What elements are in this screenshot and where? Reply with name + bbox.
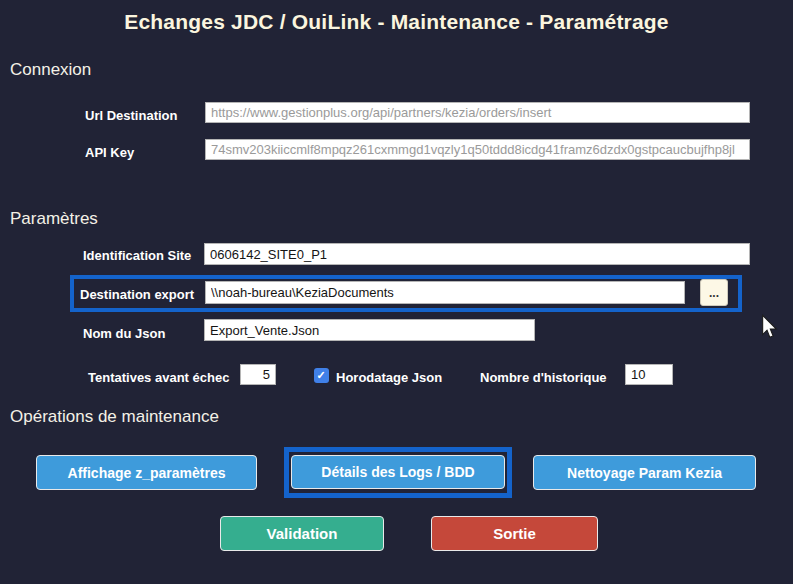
section-heading-connexion: Connexion [10,60,91,80]
destination-export-label: Destination export [80,287,194,302]
section-heading-maintenance: Opérations de maintenance [10,407,219,427]
api-key-input[interactable] [205,139,750,160]
section-heading-parametres: Paramètres [10,209,98,229]
tentatives-avant-echec-input[interactable] [240,364,276,385]
validation-button[interactable]: Validation [220,516,384,551]
nombre-historique-label: Nombre d'historique [480,370,607,385]
url-destination-label: Url Destination [85,108,177,123]
tentatives-avant-echec-label: Tentatives avant échec [88,370,229,385]
api-key-label: API Key [85,145,134,160]
identification-site-input[interactable] [204,243,750,265]
nombre-historique-input[interactable] [625,364,673,385]
url-destination-input[interactable] [205,102,750,123]
horodatage-json-label: Horodatage Json [336,370,442,385]
destination-export-input[interactable] [205,281,685,304]
horodatage-json-checkbox[interactable] [314,368,329,383]
details-logs-highlight-frame: Détails des Logs / BDD [284,447,512,498]
sortie-button[interactable]: Sortie [431,516,598,551]
identification-site-label: Identification Site [83,248,191,263]
mouse-cursor-icon [761,314,778,340]
nom-du-json-label: Nom du Json [83,326,165,341]
details-logs-bdd-button[interactable]: Détails des Logs / BDD [291,455,505,489]
browse-folder-button[interactable]: ... [700,279,728,306]
affichage-z-parametres-button[interactable]: Affichage z_paramètres [36,455,257,490]
nettoyage-param-kezia-button[interactable]: Nettoyage Param Kezia [533,455,756,490]
page-title: Echanges JDC / OuiLink - Maintenance - P… [0,10,793,34]
nom-du-json-input[interactable] [204,319,535,341]
